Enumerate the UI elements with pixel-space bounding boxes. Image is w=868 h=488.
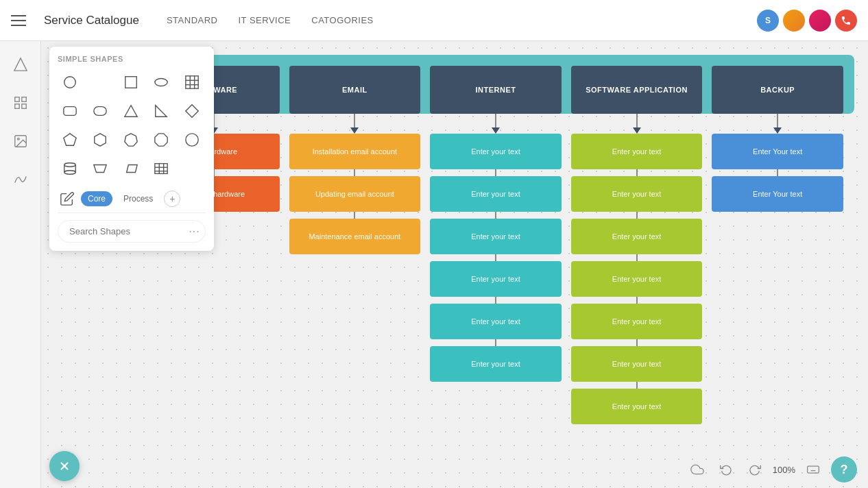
node-sw-3[interactable]: Enter your text (571, 219, 703, 254)
node-int-1[interactable]: Enter your text (430, 134, 562, 169)
app-title: Service Catalogue (44, 14, 139, 27)
shape-ellipse[interactable] (149, 70, 173, 95)
sidebar-curves-icon[interactable] (8, 167, 33, 192)
category-backup[interactable]: BACKUP (712, 66, 843, 114)
node-sw-1[interactable]: Enter your text (571, 134, 703, 169)
svg-rect-4 (21, 104, 25, 108)
pencil-icon[interactable] (58, 189, 77, 208)
header: Service Catalogue STANDARD IT SERVICE CA… (0, 0, 868, 41)
keyboard-icon[interactable] (802, 459, 824, 480)
more-options-icon[interactable]: ⋯ (189, 225, 200, 238)
sub-conn-sw-3 (636, 254, 638, 261)
node-int-2[interactable]: Enter your text (430, 176, 562, 212)
nav-tab-it-service[interactable]: IT SERVICE (238, 12, 291, 28)
node-sw-6[interactable]: Enter your text (571, 346, 703, 382)
redo-button[interactable] (744, 459, 766, 480)
shapes-panel-title: SIMPLE SHAPES (58, 55, 206, 63)
connector-bk-1 (777, 114, 778, 127)
phone-button[interactable] (835, 10, 857, 32)
shapes-panel: SIMPLE SHAPES (49, 47, 214, 251)
svg-marker-29 (94, 165, 106, 173)
col-backup: Enter Your text Enter Your text (712, 114, 843, 424)
node-bk-2[interactable]: Enter Your text (712, 176, 843, 212)
help-button[interactable]: ? (831, 456, 857, 483)
shape-parallelogram[interactable] (119, 156, 143, 181)
fab-close-button[interactable] (49, 451, 80, 481)
shapes-grid (58, 70, 206, 181)
svg-marker-0 (14, 58, 26, 71)
svg-rect-15 (64, 107, 76, 116)
node-sw-5[interactable]: Enter your text (571, 304, 703, 339)
col-software: Enter your text Enter your text Enter yo… (571, 114, 703, 424)
shape-pentagon[interactable] (58, 127, 82, 152)
sub-conn-int-1 (495, 169, 496, 176)
canvas-area[interactable]: SIMPLE SHAPES (41, 41, 868, 488)
avatar-user2 (809, 10, 831, 32)
left-sidebar (0, 41, 41, 488)
node-installation-email[interactable]: Installation email account (289, 134, 421, 169)
shape-right-triangle[interactable] (149, 99, 173, 123)
col-internet: Enter your text Enter your text Enter yo… (430, 114, 562, 424)
menu-button[interactable] (11, 10, 33, 32)
sub-conn-int-2 (495, 212, 496, 219)
nav-tab-categories[interactable]: CATOGORIES (311, 12, 373, 28)
shapes-search-input[interactable] (69, 226, 184, 236)
node-sw-7[interactable]: Enter your text (571, 389, 703, 424)
node-bk-1[interactable]: Enter Your text (712, 134, 843, 169)
shape-decagon[interactable] (180, 127, 204, 152)
shape-square[interactable] (119, 70, 143, 95)
shape-rounded-rect2[interactable] (88, 99, 112, 123)
main-area: SIMPLE SHAPES (0, 41, 868, 488)
svg-point-25 (64, 163, 76, 167)
svg-rect-38 (808, 466, 819, 473)
sub-conn-sw-6 (636, 382, 638, 389)
category-software[interactable]: SOFTWARE APPLICATION (571, 66, 703, 114)
svg-marker-30 (126, 165, 137, 173)
node-int-4[interactable]: Enter your text (430, 261, 562, 297)
shapes-tab-process[interactable]: Process (117, 191, 160, 206)
shape-grid[interactable] (180, 70, 204, 95)
sub-conn-em-1 (354, 169, 355, 176)
cloud-icon[interactable] (686, 459, 708, 480)
node-int-5[interactable]: Enter your text (430, 304, 562, 339)
shapes-tab-core[interactable]: Core (81, 191, 112, 206)
svg-rect-10 (185, 76, 197, 88)
svg-rect-2 (21, 97, 25, 101)
diagram-container: HARDWARE EMAIL INTERNET SOFTWARE APPLICA… (137, 55, 854, 474)
avatar-user1 (783, 10, 805, 32)
category-email[interactable]: EMAIL (289, 66, 421, 114)
shape-hexagon[interactable] (88, 127, 112, 152)
avatar-s: S (757, 10, 779, 32)
shape-diamond[interactable] (180, 99, 204, 123)
zoom-level: 100% (773, 465, 795, 475)
svg-rect-1 (14, 97, 19, 101)
shape-heptagon[interactable] (119, 127, 143, 152)
node-sw-4[interactable]: Enter your text (571, 261, 703, 297)
shape-trapezoid[interactable] (88, 156, 112, 181)
shape-octagon[interactable] (149, 127, 173, 152)
category-internet[interactable]: INTERNET (430, 66, 562, 114)
columns-row: Add hardware Maintain hardware Installat… (137, 114, 854, 424)
shape-circle[interactable] (58, 70, 82, 95)
sub-conn-int-5 (495, 339, 496, 346)
col-email: Installation email account Updating emai… (289, 114, 421, 424)
undo-button[interactable] (715, 459, 737, 480)
shape-arc[interactable] (88, 70, 112, 95)
sidebar-grid-icon[interactable] (8, 90, 33, 115)
node-int-6[interactable]: Enter your text (430, 346, 562, 382)
node-maintenance-email[interactable]: Maintenance email account (289, 219, 421, 254)
shape-table[interactable] (149, 156, 173, 181)
node-updating-email[interactable]: Updating email account (289, 176, 421, 212)
sidebar-shapes-icon[interactable] (8, 52, 33, 77)
categories-row: HARDWARE EMAIL INTERNET SOFTWARE APPLICA… (148, 66, 843, 114)
shape-cylinder[interactable] (58, 156, 82, 181)
add-tab-button[interactable]: + (164, 191, 180, 207)
nav-tab-standard[interactable]: STANDARD (167, 12, 218, 28)
node-int-3[interactable]: Enter your text (430, 219, 562, 254)
shape-rounded-rect[interactable] (58, 99, 82, 123)
connector-sw-1 (636, 114, 638, 127)
shape-triangle[interactable] (119, 99, 143, 123)
node-sw-2[interactable]: Enter your text (571, 176, 703, 212)
sidebar-image-icon[interactable] (8, 129, 33, 154)
svg-rect-16 (94, 107, 106, 116)
